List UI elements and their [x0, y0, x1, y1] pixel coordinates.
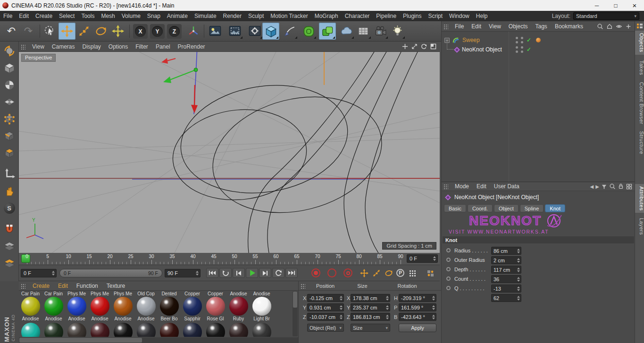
tab-attributes[interactable]: Attributes	[635, 184, 644, 213]
environment-button[interactable]	[355, 23, 372, 40]
record-rotation-button[interactable]	[384, 269, 393, 277]
tab-spline[interactable]: Spline	[520, 204, 544, 212]
size-mode-dropdown[interactable]: Size▾	[351, 324, 390, 332]
menu-create[interactable]: Create	[32, 11, 56, 21]
menu-script[interactable]: Script	[425, 11, 446, 21]
radius-field[interactable]: 86 cm	[491, 247, 521, 255]
material-name[interactable]: Car Pain	[19, 291, 42, 296]
tab-objects[interactable]: Objects	[635, 31, 644, 55]
workplane-mode-button[interactable]	[1, 94, 17, 110]
spinner-icon[interactable]	[385, 315, 389, 319]
rotate-tool-button[interactable]	[92, 23, 109, 40]
viewport-menu-view[interactable]: View	[28, 43, 48, 50]
filter-icon[interactable]	[601, 184, 607, 190]
polygons-mode-button[interactable]	[1, 145, 17, 161]
material-item[interactable]: Ruby	[227, 297, 250, 321]
tab-content-browser[interactable]: Content Browser	[635, 80, 644, 126]
animation-dot-icon[interactable]	[446, 286, 451, 290]
q-field[interactable]: -13	[491, 284, 521, 293]
material-thumbnail[interactable]	[160, 323, 179, 337]
size-x-field[interactable]: 178.38 cm	[351, 294, 390, 302]
keyframe-settings-button[interactable]	[426, 269, 435, 277]
menu-select[interactable]: Select	[56, 11, 78, 21]
editor-visibility-toggle[interactable]	[515, 46, 519, 53]
material-thumbnail[interactable]	[229, 323, 248, 337]
size-z-field[interactable]: 186.813 cm	[351, 313, 390, 321]
redo-button[interactable]: ↷	[20, 23, 37, 40]
scale-tool-button[interactable]	[75, 23, 92, 40]
spinner-icon[interactable]	[431, 305, 435, 310]
rotation-p-field[interactable]: 161.599 °	[399, 303, 436, 311]
object-menu-view[interactable]: View	[485, 23, 505, 30]
menu-simulate[interactable]: Simulate	[191, 11, 220, 21]
tab-object[interactable]: Object	[494, 204, 519, 212]
menu-motion-tracker[interactable]: Motion Tracker	[267, 11, 311, 21]
pan-view-button[interactable]	[401, 43, 409, 50]
size-y-field[interactable]: 235.37 cm	[351, 303, 390, 311]
material-thumbnail[interactable]	[21, 297, 40, 316]
viewport-menu-panel[interactable]: Panel	[152, 43, 174, 50]
play-forwards-button[interactable]	[272, 268, 284, 278]
viewport-menu-options[interactable]: Options	[105, 43, 132, 50]
apply-button[interactable]: Apply	[399, 324, 436, 332]
depth-field[interactable]: 117 cm	[491, 266, 521, 274]
material-name[interactable]: Phys Me	[111, 291, 134, 296]
menu-plugins[interactable]: Plugins	[400, 11, 425, 21]
menu-tools[interactable]: Tools	[78, 11, 98, 21]
material-thumbnail[interactable]	[206, 323, 225, 337]
material-name[interactable]: Dented	[158, 291, 181, 296]
material-thumbnail[interactable]	[206, 297, 225, 316]
animation-dot-icon[interactable]	[446, 248, 451, 252]
menu-sculpt[interactable]: Sculpt	[245, 11, 267, 21]
tab-knot[interactable]: Knot	[545, 204, 565, 212]
material-name[interactable]: Anodise	[227, 291, 250, 296]
attribute-menu-mode[interactable]: Mode	[451, 183, 473, 190]
render-visibility-toggle[interactable]	[520, 46, 524, 53]
scrollbar-thumb[interactable]	[19, 338, 142, 343]
workplane-b-button[interactable]	[1, 255, 17, 271]
layout-dropdown[interactable]: Standard ▾	[573, 12, 639, 20]
maximize-view-button[interactable]	[429, 43, 437, 50]
material-thumbnail[interactable]	[183, 297, 202, 316]
render-visibility-toggle[interactable]	[520, 37, 524, 43]
panel-grip[interactable]	[21, 44, 25, 50]
history-forward-button[interactable]: ▶	[595, 184, 599, 189]
simulation-mode-button[interactable]: S	[1, 200, 17, 216]
move-tool-button[interactable]	[59, 23, 75, 40]
menu-snap[interactable]: Snap	[144, 11, 164, 21]
material-name[interactable]: Copper	[204, 291, 227, 296]
tab-layers[interactable]: Layers	[635, 216, 644, 237]
spinner-icon[interactable]	[516, 258, 520, 263]
panel-grid-icon[interactable]	[626, 184, 632, 190]
material-name[interactable]: Anodise	[250, 291, 273, 296]
frame-field[interactable]: 0 F	[21, 269, 57, 277]
tweak-mode-button[interactable]	[1, 183, 17, 199]
material-item[interactable]: Anodise	[65, 297, 88, 321]
material-thumbnail[interactable]	[21, 323, 40, 337]
generators-button[interactable]	[319, 23, 336, 40]
spinner-icon[interactable]	[385, 305, 389, 310]
coordinate-mode-dropdown[interactable]: Object (Rel)▾	[307, 324, 344, 332]
material-item[interactable]: Anodise	[111, 297, 134, 321]
q2-field[interactable]: 62	[491, 294, 521, 302]
material-thumbnail[interactable]	[229, 297, 248, 316]
undo-button[interactable]: ↶	[3, 23, 20, 40]
editor-visibility-toggle[interactable]	[515, 37, 519, 43]
material-thumbnail[interactable]	[160, 297, 179, 316]
menu-edit[interactable]: Edit	[16, 11, 32, 21]
camera-label[interactable]: Perspective	[21, 54, 56, 62]
panel-grip[interactable]	[301, 283, 305, 289]
material-menu-texture[interactable]: Texture	[102, 283, 129, 289]
search-icon[interactable]	[609, 183, 616, 190]
tab-takes[interactable]: Takes	[635, 58, 644, 77]
lock-icon[interactable]	[618, 183, 624, 190]
menu-file[interactable]: File	[0, 11, 16, 21]
object-axis-gizmo[interactable]	[161, 52, 198, 114]
record-scale-button[interactable]	[372, 269, 381, 277]
spinner-icon[interactable]	[516, 286, 520, 291]
material-thumbnail[interactable]	[137, 323, 156, 337]
panel-grip[interactable]	[443, 24, 448, 29]
snap-toggle-button[interactable]	[1, 221, 17, 237]
menu-window[interactable]: Window	[446, 11, 473, 21]
viewport-menu-prorender[interactable]: ProRender	[174, 43, 209, 50]
